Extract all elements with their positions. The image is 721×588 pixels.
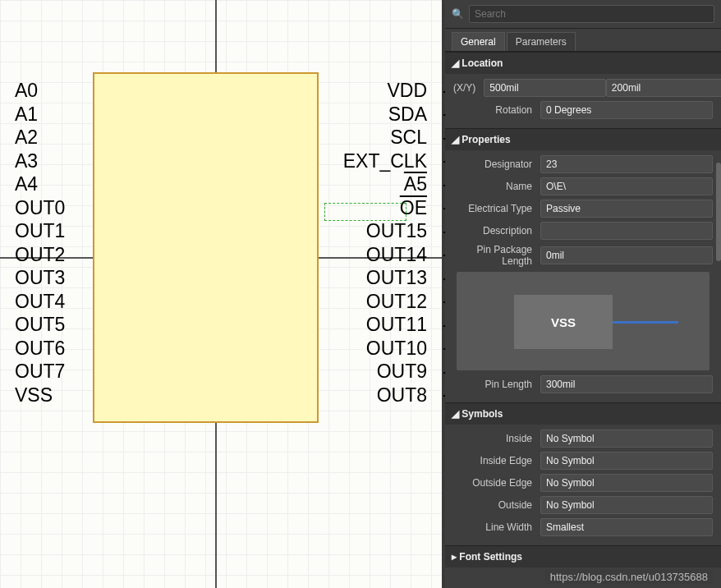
selection-box [324,203,406,221]
search-input[interactable] [469,5,714,23]
x-input[interactable] [484,79,606,97]
pin-label: A0 [15,80,38,102]
pin-label: OUT10 [366,338,427,360]
inside-label: Inside [453,433,540,444]
pkg-label: Pin Package Length [453,244,540,267]
pin-9[interactable]: 9OUT3 [0,268,86,288]
pin-12[interactable]: 12OUT6 [0,338,86,359]
pin-5[interactable]: 5A4 [0,174,86,195]
pin-6[interactable]: 6OUT0 [0,198,86,218]
pin-label: OUT1 [15,220,65,242]
outside-label: Outside [453,499,540,511]
pkg-input[interactable] [540,246,713,264]
xy-label: (X/Y) [453,82,484,94]
preview-body: VSS [514,295,613,349]
inside-edge-input[interactable] [540,452,713,470]
outside-edge-input[interactable] [540,474,713,492]
pin-3[interactable]: 3A2 [0,127,86,148]
pin-label: OUT13 [366,267,427,289]
section-location[interactable]: ◢ Location [445,52,721,74]
pin-label: SCL [390,126,427,149]
pin-label: OUT2 [15,244,65,266]
search-icon: 🔍 [452,8,464,20]
pin-label: OUT9 [377,361,427,383]
pin-4[interactable]: 4A3 [0,151,86,172]
pinlen-label: Pin Length [453,379,540,390]
tab-parameters[interactable]: Parameters [507,32,576,51]
pin-label: OUT11 [366,314,427,336]
pin-label: OUT3 [15,267,65,289]
pin-label: OUT7 [15,361,65,383]
pin-14[interactable]: 14VSS [0,385,86,406]
pin-1[interactable]: 1A0 [0,80,86,101]
tab-general[interactable]: General [452,32,505,51]
section-properties[interactable]: ◢ Properties [445,128,721,150]
linewidth-label: Line Width [453,521,540,533]
pin-2[interactable]: 2A1 [0,104,86,125]
pin-label: A5 [404,173,427,195]
component-body[interactable] [93,72,319,423]
desc-label: Description [453,225,540,237]
pin-13[interactable]: 13OUT7 [0,361,86,382]
inside-edge-label: Inside Edge [453,455,540,466]
pin-label: OUT12 [366,291,427,313]
schematic-canvas[interactable]: 1A02A13A24A35A46OUT07OUT18OUT29OUT310OUT… [0,0,445,588]
pin-label: OUT14 [366,244,427,266]
preview-lead [613,321,678,324]
designator-label: Designator [453,158,540,170]
pin-8[interactable]: 8OUT2 [0,245,86,265]
pin-10[interactable]: 10OUT4 [0,292,86,312]
name-label: Name [453,181,540,192]
pin-label: OUT0 [15,197,65,219]
pin-label: SDA [388,103,427,126]
scrollbar-thumb[interactable] [716,163,721,261]
pin-label: VDD [387,80,427,102]
pin-label: EXT_CLK [343,150,427,172]
pin-label: A2 [15,126,38,149]
inside-input[interactable] [540,430,713,448]
pin-label: A3 [15,150,38,172]
linewidth-input[interactable] [540,518,713,536]
pin-label: OUT8 [377,384,427,407]
pin-7[interactable]: 7OUT1 [0,221,86,241]
name-input[interactable] [540,177,713,195]
rotation-input[interactable] [540,101,713,119]
pin-label: OUT5 [15,314,65,336]
outside-edge-label: Outside Edge [453,477,540,489]
pin-label: OUT4 [15,291,65,313]
section-symbols[interactable]: ◢ Symbols [445,402,721,425]
section-font-settings[interactable]: ▸ Font Settings [445,545,721,567]
pin-11[interactable]: 11OUT5 [0,315,86,335]
etype-input[interactable] [540,200,713,218]
pin-label: OUT15 [366,220,427,242]
pin-preview: VSS [457,272,710,370]
pin-label: A1 [15,103,38,126]
desc-input[interactable] [540,222,713,240]
pinlen-input[interactable] [540,375,713,393]
pin-label: OUT6 [15,338,65,360]
designator-input[interactable] [540,155,713,173]
properties-panel: 🔍 General Parameters ◢ Location (X/Y) Ro… [445,0,721,588]
pin-label: A4 [15,173,38,195]
watermark: https://blog.csdn.net/u013735688 [545,569,713,585]
outside-input[interactable] [540,496,713,514]
etype-label: Electrical Type [453,203,540,214]
pin-label: VSS [15,384,53,407]
y-input[interactable] [606,79,721,97]
rotation-label: Rotation [453,104,540,116]
